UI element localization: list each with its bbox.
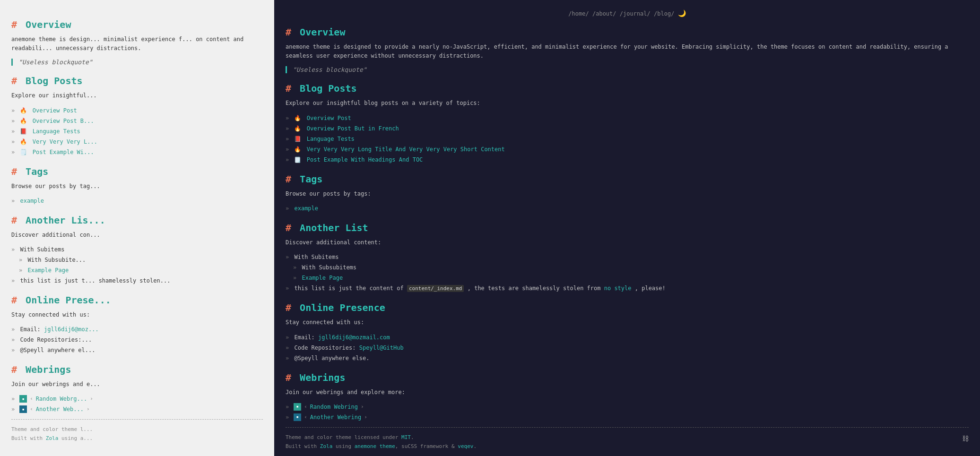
footer-divider [11,419,263,420]
list-item: » With Subsubite... [11,256,263,264]
tags-section: # Tags Browse our posts by tag... » exam… [11,166,263,205]
inline-code-index: content/_index.md [407,285,464,292]
nav-home[interactable]: /home/ [568,10,589,17]
online-presence-intro: Stay connected with us: [11,310,263,319]
webring-icon-dark-2: ▪ [294,413,301,421]
list-item: » 📕 Language Tests [286,135,969,143]
list-item: » With Subsubitems [286,263,969,272]
blog-posts-heading-dark: # Blog Posts [286,83,969,94]
list-item: » With Subitems [11,245,263,254]
list-item: » Code Repositories: Speyll@GitHub [286,344,969,352]
overview-section: # Overview anemone theme is design... mi… [11,19,263,66]
online-presence-section: # Online Prese... Stay connected with us… [11,294,263,354]
blog-posts-section-dark: # Blog Posts Explore our insightful blog… [286,83,969,163]
list-item: » Example Page [286,274,969,282]
webrings-intro: Join our webrings and e... [11,380,263,389]
blog-post-dark-link-4[interactable]: Very Very Very Long Title And Very Very … [307,146,505,153]
zola-dark-link[interactable]: Zola [320,443,333,449]
footer-dark: ⛓ Theme and color theme licensed under M… [286,433,969,451]
right-panel: /home/ /about/ /journal/ /blog/ 🌙 # Over… [274,0,980,456]
email-dark-link[interactable]: jgll6dij6@mozmail.com [318,334,390,341]
online-presence-heading-dark: # Online Presence [286,302,969,313]
blog-post-dark-link-1[interactable]: Overview Post [307,115,351,121]
another-list-intro: Discover additional con... [11,231,263,240]
theme-toggle-icon[interactable]: 🌙 [678,9,686,17]
list-item: » 🔥 Overview Post [286,114,969,122]
left-panel: # Overview anemone theme is design... mi… [0,0,274,456]
overview-hash: # [11,19,17,30]
list-item: » ▪ ‹ Another Web... › [11,405,263,413]
online-presence-section-dark: # Online Presence Stay connected with us… [286,302,969,362]
list-item: » 🔥 Overview Post [11,106,263,115]
list-item: » ▪ ‹ Random Webrg... › [11,395,263,403]
webrings-list: » ▪ ‹ Random Webrg... › » ▪ ‹ Another We… [11,395,263,413]
blog-post-link-5[interactable]: Post Example Wi... [33,149,94,155]
tag-dark-link-example[interactable]: example [294,205,318,212]
webring-link-2[interactable]: Another Web... [36,405,84,413]
blog-posts-heading: # Blog Posts [11,75,263,86]
list-item: » Email: jgll6dij6@moz... [11,325,263,334]
online-presence-list-dark: » Email: jgll6dij6@mozmail.com » Code Re… [286,333,969,362]
no-style-link[interactable]: no style [604,285,632,292]
nav-about[interactable]: /about/ [592,10,616,17]
webring-dark-link-2[interactable]: Another Webring [310,413,361,422]
list-item: » this list is just t... shamelessly sto… [11,276,263,285]
blog-post-link-4[interactable]: Very Very Very L... [33,138,97,145]
blog-post-link-3[interactable]: Language Tests [33,128,80,135]
tags-heading: # Tags [11,166,263,177]
another-list-heading-dark: # Another List [286,222,969,233]
blog-post-link-1[interactable]: Overview Post [33,107,77,114]
veqev-link[interactable]: veqev [458,443,473,449]
list-item: » 🔥 Overview Post B... [11,117,263,125]
list-item: » @Speyll anywhere el... [11,346,263,354]
list-item: » Email: jgll6dij6@mozmail.com [286,333,969,342]
list-item: » 🔥 Very Very Very L... [11,138,263,146]
list-item: » Example Page [11,266,263,275]
email-link[interactable]: jgll6dij6@moz... [44,326,99,333]
blog-posts-list: » 🔥 Overview Post » 🔥 Overview Post B...… [11,106,263,156]
another-list-heading: # Another Lis... [11,215,263,226]
blog-post-dark-link-3[interactable]: Language Tests [307,136,355,142]
list-item: » example [286,204,969,213]
list-item: » example [11,197,263,205]
overview-heading: # Overview [11,19,263,30]
webring-link-1[interactable]: Random Webrg... [36,395,87,403]
webrings-heading-dark: # Webrings [286,372,969,383]
blog-post-dark-link-5[interactable]: Post Example With Headings And TOC [307,156,423,163]
nav-blog[interactable]: /blog/ [654,10,674,17]
rss-icon[interactable]: ⛓ [962,433,969,445]
blog-posts-intro: Explore our insightful... [11,91,263,100]
top-nav: /home/ /about/ /journal/ /blog/ 🌙 [286,9,969,17]
anemone-link[interactable]: anemone theme [355,443,395,449]
tags-intro: Browse our posts by tag... [11,182,263,191]
tags-list-dark: » example [286,204,969,213]
github-link[interactable]: Speyll@GitHub [359,344,404,351]
online-presence-intro-dark: Stay connected with us: [286,318,969,327]
overview-body: anemone theme is design... minimalist ex… [11,35,263,53]
webrings-list-dark: » ▪ ‹ Random Webring › » ▪ ‹ Another Web… [286,403,969,422]
mit-link[interactable]: MIT [401,434,411,440]
list-item: » 🗒️ Post Example Wi... [11,148,263,156]
nav-journal[interactable]: /journal/ [620,10,650,17]
tags-list: » example [11,197,263,205]
blog-posts-list-dark: » 🔥 Overview Post » 🔥 Overview Post But … [286,114,969,164]
blog-post-dark-link-2[interactable]: Overview Post But in French [307,125,399,132]
list-item: » With Subitems [286,253,969,261]
footer-divider-dark [286,427,969,428]
webrings-section: # Webrings Join our webrings and e... » … [11,364,263,413]
another-list-items-dark: » With Subitems » With Subsubitems » Exa… [286,253,969,293]
blog-post-link-2[interactable]: Overview Post B... [33,118,94,124]
zola-link[interactable]: Zola [46,435,59,441]
online-presence-list: » Email: jgll6dij6@moz... » Code Reposit… [11,325,263,354]
webring-icon-1: ▪ [19,395,27,403]
blog-posts-section: # Blog Posts Explore our insightful... »… [11,75,263,156]
example-page-link[interactable]: Example Page [27,267,69,274]
list-item: » Code Repositories:... [11,336,263,344]
list-item: » @Speyll anywhere else. [286,354,969,362]
tag-link-example[interactable]: example [20,198,44,204]
example-page-dark-link[interactable]: Example Page [302,275,343,281]
list-item: » 📕 Language Tests [11,127,263,136]
tags-intro-dark: Browse our posts by tags: [286,189,969,198]
another-list-section-dark: # Another List Discover additional conte… [286,222,969,293]
webring-dark-link-1[interactable]: Random Webring [310,403,358,411]
